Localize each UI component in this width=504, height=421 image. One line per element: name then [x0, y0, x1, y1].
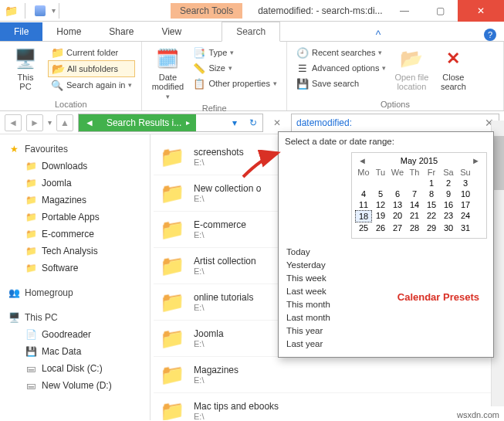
ribbon: 🖥️ This PC 📁Current folder 📂All subfolde… [0, 42, 504, 111]
up-button[interactable]: ▲ [56, 114, 73, 131]
calendar-day[interactable]: 15 [423, 199, 440, 210]
crumb-chev[interactable]: ◄ [79, 114, 100, 131]
tree-item[interactable]: 📄Goodreader [3, 326, 147, 343]
qat-icon[interactable] [35, 5, 46, 16]
folder-icon: 📁 [158, 145, 186, 168]
tab-file[interactable]: File [0, 22, 42, 41]
calendar-day[interactable]: 1 [423, 178, 440, 188]
tab-share[interactable]: Share [95, 22, 147, 41]
file-row[interactable]: 📁Mac tips and ebooksE:\ [154, 393, 501, 420]
tree-item[interactable]: 💾Mac Data [3, 343, 147, 360]
tree-item[interactable]: 📁Downloads [3, 158, 147, 175]
calendar[interactable]: ◄ May 2015 ► MoTuWeThFrSaSu1234567891011… [351, 152, 487, 239]
stop-button[interactable]: ✕ [268, 117, 286, 128]
calendar-day[interactable]: 18 [355, 210, 372, 222]
calendar-day[interactable]: 8 [423, 188, 440, 199]
calendar-day[interactable]: 26 [372, 222, 389, 233]
tree-homegroup[interactable]: 👥Homegroup [3, 284, 147, 301]
calendar-day[interactable]: 14 [406, 199, 423, 210]
recent-searches-button[interactable]: 🕘Recent searches▾ [293, 45, 389, 60]
minimize-button[interactable]: — [387, 0, 422, 22]
open-file-location-button[interactable]: 📂 Open file location [392, 45, 431, 93]
calendar-day[interactable]: 23 [440, 210, 457, 222]
size-button[interactable]: 📏Size▾ [190, 60, 279, 76]
file-name: Magazines [194, 365, 238, 375]
history-dropdown-icon[interactable]: ▾ [48, 118, 52, 127]
search-input-box[interactable]: ✕ [291, 114, 499, 132]
calendar-day[interactable]: 12 [372, 199, 389, 210]
save-search-button[interactable]: 💾Save search [293, 76, 389, 91]
prev-month-button[interactable]: ◄ [358, 156, 367, 165]
tab-view[interactable]: View [147, 22, 195, 41]
maximize-button[interactable]: ▢ [422, 0, 458, 22]
qat-dropdown-icon[interactable]: ▾ [52, 6, 56, 15]
advanced-options-button[interactable]: ☰Advanced options▾ [293, 60, 389, 76]
preset-option[interactable]: Today [285, 246, 487, 257]
current-folder-button[interactable]: 📁Current folder [48, 45, 135, 60]
calendar-day[interactable]: 2 [440, 178, 457, 188]
all-subfolders-button[interactable]: 📂All subfolders [48, 60, 135, 77]
search-again-button[interactable]: 🔍Search again in▾ [48, 77, 135, 93]
calendar-day[interactable]: 9 [440, 188, 457, 199]
calendar-day[interactable]: 29 [423, 222, 440, 233]
file-row[interactable]: 📁MagazinesE:\ [154, 357, 501, 393]
calendar-day[interactable]: 19 [372, 210, 389, 222]
close-button[interactable]: ✕ [458, 0, 504, 22]
date-modified-button[interactable]: 🗓️ Date modified ▾ [148, 45, 187, 102]
collapse-ribbon-icon[interactable]: ^ [376, 29, 381, 41]
refresh-button[interactable]: ↻ [244, 117, 262, 128]
close-search-button[interactable]: ✕ Close search [434, 45, 472, 93]
tree-this-pc[interactable]: 🖥️This PC [3, 309, 147, 326]
tree-item[interactable]: 📁Software [3, 260, 147, 277]
calendar-day[interactable]: 4 [355, 188, 372, 199]
calendar-day[interactable]: 3 [457, 178, 474, 188]
tree-item[interactable]: 📁Tech Analysis [3, 243, 147, 260]
preset-option[interactable]: Yesterday [285, 260, 487, 270]
tab-home[interactable]: Home [42, 22, 95, 41]
tree-item[interactable]: 🖴Local Disk (C:) [3, 360, 147, 377]
this-pc-button[interactable]: 🖥️ This PC [6, 45, 45, 93]
back-button[interactable]: ◄ [5, 114, 22, 131]
other-properties-button[interactable]: 📋Other properties▾ [190, 76, 279, 91]
breadcrumb[interactable]: ◄ Search Results i...▸ ▾ ↻ [78, 114, 263, 132]
calendar-day[interactable]: 27 [389, 222, 406, 233]
calendar-day[interactable]: 25 [355, 222, 372, 233]
calendar-day[interactable]: 31 [457, 222, 474, 233]
preset-option[interactable]: This week [285, 273, 487, 283]
tree-item[interactable]: 📁Joomla [3, 175, 147, 192]
nav-tree[interactable]: ★Favourites 📁Downloads📁Joomla📁Magazines📁… [0, 134, 151, 420]
tree-item[interactable]: 📁E-commerce [3, 226, 147, 243]
calendar-day[interactable]: 24 [457, 210, 474, 222]
next-month-button[interactable]: ► [472, 156, 480, 165]
calendar-day[interactable]: 13 [389, 199, 406, 210]
calendar-day[interactable]: 5 [372, 188, 389, 199]
calendar-day[interactable]: 17 [457, 199, 474, 210]
calendar-day[interactable]: 30 [440, 222, 457, 233]
calendar-day[interactable]: 11 [355, 199, 372, 210]
crumb-search-results[interactable]: Search Results i...▸ [100, 114, 196, 131]
search-input[interactable] [296, 117, 485, 128]
tab-search[interactable]: Search [222, 22, 280, 42]
calendar-day[interactable]: 10 [457, 188, 474, 199]
preset-option[interactable]: Last month [285, 312, 487, 323]
preset-option[interactable]: Last year [285, 338, 487, 349]
calendar-grid[interactable]: MoTuWeThFrSaSu12345678910111213141516171… [355, 167, 483, 233]
calendar-day[interactable]: 6 [389, 188, 406, 199]
address-dropdown-icon[interactable]: ▾ [225, 117, 244, 128]
calendar-day[interactable]: 22 [423, 210, 440, 222]
type-button[interactable]: 📑Type▾ [190, 45, 279, 60]
help-icon[interactable]: ? [484, 29, 496, 41]
file-name: New collection o [194, 183, 261, 194]
calendar-day[interactable]: 28 [406, 222, 423, 233]
tree-item[interactable]: 📁Magazines [3, 192, 147, 209]
forward-button[interactable]: ► [26, 114, 43, 131]
calendar-day[interactable]: 21 [406, 210, 423, 222]
tree-item[interactable]: 📁Portable Apps [3, 209, 147, 226]
tree-item[interactable]: 🖴New Volume (D:) [3, 377, 147, 394]
calendar-day[interactable]: 7 [406, 188, 423, 199]
calendar-day[interactable]: 16 [440, 199, 457, 210]
calendar-day[interactable]: 20 [389, 210, 406, 222]
preset-option[interactable]: This year [285, 325, 487, 336]
calendar-month[interactable]: May 2015 [401, 156, 438, 165]
tree-favourites[interactable]: ★Favourites [3, 141, 147, 158]
